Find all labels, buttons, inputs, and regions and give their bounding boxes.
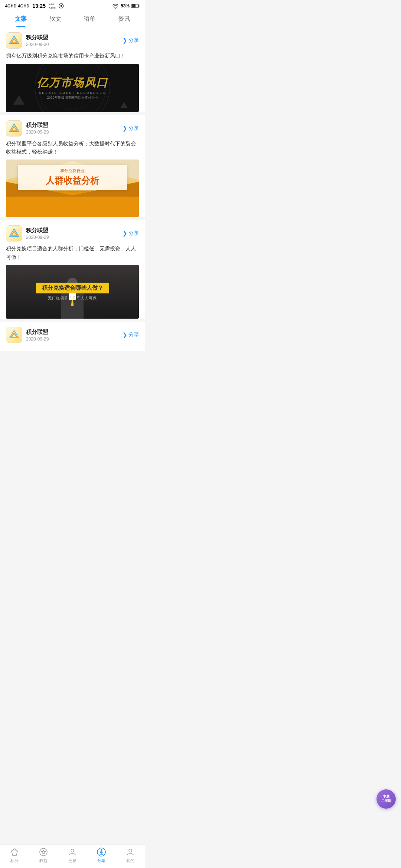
status-right: 53% [112, 3, 140, 9]
card-3-desc: 积分兑换项目适合的人群分析；门槛低，无需投资，人人可做！ [6, 244, 139, 261]
card-2-info: 积分联盟 2020-09-29 [26, 122, 123, 135]
card-4-share-label: 分享 [128, 332, 139, 338]
card-2: 积分联盟 2020-09-29 ❯ 分享 积分联盟平台各级别人员收益分析；大数据… [0, 115, 145, 217]
card-1: 积分联盟 2020-09-30 ❯ 分享 拥有亿万级别积分兑换市场的信用卡产业链… [0, 27, 145, 112]
speed: 2.10KB/S [49, 2, 56, 9]
svg-rect-6 [132, 4, 136, 7]
card-3-image: 积分兑换适合哪些人做？ 无门槛项目 / 几乎人人可做 [6, 265, 139, 319]
card-4-name: 积分联盟 [26, 329, 123, 336]
status-left: 4GHD 4GHD 13:25 2.10KB/S [5, 2, 65, 9]
card-4-info: 积分联盟 2020-09-29 [26, 329, 123, 342]
card-4: 积分联盟 2020-09-29 ❯ 分享 [0, 322, 145, 351]
card-1-desc: 拥有亿万级别积分兑换市场的信用卡产业链新风口！ [6, 52, 139, 60]
card-1-image: 亿万市场风口 CREATE GUEST RESOURCES 2020年刷爆朋友圈… [6, 64, 139, 112]
card-4-header: 积分联盟 2020-09-29 ❯ 分享 [6, 327, 139, 343]
card-2-name: 积分联盟 [26, 122, 123, 129]
wifi-icon [112, 3, 119, 9]
avatar-1 [6, 32, 22, 49]
tab-wanan[interactable]: 文案 [4, 11, 38, 27]
card-1-header: 积分联盟 2020-09-30 ❯ 分享 [6, 32, 139, 49]
camera-icon [58, 3, 65, 9]
card-1-img-text: 亿万市场风口 CREATE GUEST RESOURCES 2020年刷爆朋友圈… [37, 75, 108, 100]
card-4-share-btn[interactable]: ❯ 分享 [123, 332, 139, 338]
avatar-4 [6, 327, 22, 343]
card-2-desc: 积分联盟平台各级别人员收益分析；大数据时代下的裂变收益模式，轻松躺赚！ [6, 139, 139, 156]
tab-news[interactable]: 资讯 [107, 11, 141, 27]
svg-point-3 [115, 7, 116, 8]
signal-2: 4GHD [18, 4, 30, 8]
tab-showlist[interactable]: 晒单 [72, 11, 107, 27]
card-2-img-label: 积分兑换行业 [23, 168, 122, 174]
card-3-img-banner: 积分兑换适合哪些人做？ [36, 283, 109, 293]
avatar-2 [6, 120, 22, 137]
tabs-bar: 文案 软文 晒单 资讯 [0, 11, 145, 27]
feed: 积分联盟 2020-09-30 ❯ 分享 拥有亿万级别积分兑换市场的信用卡产业链… [0, 27, 145, 381]
card-2-share-label: 分享 [128, 125, 139, 132]
card-3-img-content: 积分兑换适合哪些人做？ 无门槛项目 / 几乎人人可做 [36, 283, 109, 301]
card-2-image: 积分兑换行业 人群收益分析 [6, 160, 139, 217]
svg-point-1 [61, 5, 62, 7]
card-1-share-btn[interactable]: ❯ 分享 [123, 37, 139, 44]
battery-percent: 53% [121, 3, 130, 9]
card-3-date: 2020-09-29 [26, 235, 123, 240]
card-1-name: 积分联盟 [26, 34, 123, 41]
card-2-header: 积分联盟 2020-09-29 ❯ 分享 [6, 120, 139, 137]
share-icon-1: ❯ [123, 37, 127, 44]
card-2-share-btn[interactable]: ❯ 分享 [123, 125, 139, 132]
avatar-3 [6, 225, 22, 241]
tab-softarticle[interactable]: 软文 [38, 11, 73, 27]
card-3-share-label: 分享 [128, 230, 139, 237]
card-2-date: 2020-09-29 [26, 129, 123, 135]
card-4-date: 2020-09-29 [26, 336, 123, 342]
card-3-header: 积分联盟 2020-09-29 ❯ 分享 [6, 225, 139, 241]
time: 13:25 [32, 3, 46, 9]
share-icon-2: ❯ [123, 125, 127, 132]
card-1-date: 2020-09-30 [26, 42, 123, 47]
card-3-name: 积分联盟 [26, 227, 123, 234]
card-2-img-title: 人群收益分析 [23, 175, 122, 187]
svg-rect-5 [138, 5, 139, 7]
status-bar: 4GHD 4GHD 13:25 2.10KB/S 53% [0, 0, 145, 11]
card-1-info: 积分联盟 2020-09-30 [26, 34, 123, 47]
card-1-share-label: 分享 [128, 37, 139, 44]
card-3-share-btn[interactable]: ❯ 分享 [123, 230, 139, 237]
share-icon-3: ❯ [123, 230, 127, 237]
signal-1: 4GHD [5, 4, 17, 8]
card-3-info: 积分联盟 2020-09-29 [26, 227, 123, 240]
svg-rect-2 [60, 4, 63, 5]
card-3: 积分联盟 2020-09-29 ❯ 分享 积分兑换项目适合的人群分析；门槛低，无… [0, 220, 145, 319]
card-3-img-sub: 无门槛项目 / 几乎人人可做 [36, 296, 109, 301]
share-icon-4: ❯ [123, 332, 127, 338]
battery-icon [131, 4, 140, 8]
